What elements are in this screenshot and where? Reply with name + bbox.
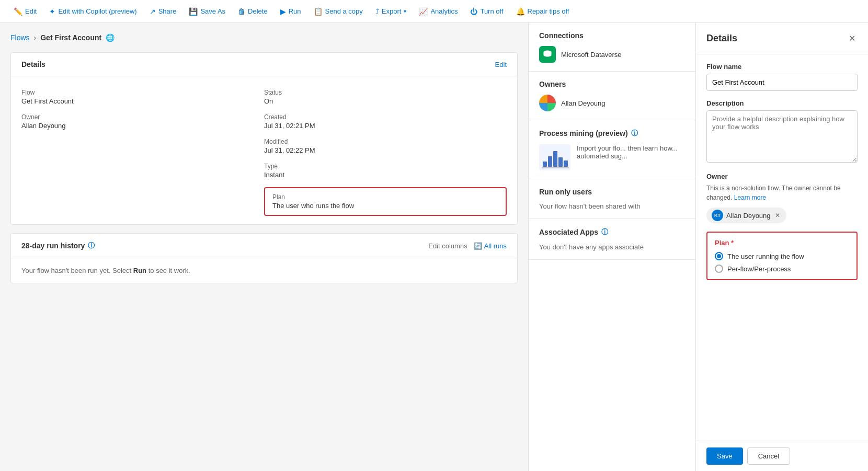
details-edit-link[interactable]: Edit (495, 61, 507, 68)
save-as-button[interactable]: 💾 Save As (184, 4, 231, 19)
process-mining-image (539, 144, 570, 170)
details-panel: Details ✕ Flow name Description Owner Th… (695, 23, 868, 471)
plan-detail-box: Plan The user who runs the flow (264, 187, 507, 216)
plan-option-user-running[interactable]: The user running the flow (715, 252, 849, 260)
flow-name-label: Flow name (706, 63, 858, 71)
breadcrumb: Flows › Get First Account 🌐 (10, 33, 518, 42)
flow-value: Get First Account (21, 97, 264, 105)
details-panel-body: Flow name Description Owner This is a no… (696, 54, 868, 441)
owner-tag-name: Allan Deyoung (726, 212, 771, 220)
modified-value: Jul 31, 02:22 PM (264, 146, 507, 154)
details-panel-title: Details (706, 33, 737, 44)
right-panel: Connections Microsoft Dataverse Owners A… (528, 23, 695, 471)
flow-detail: Flow Get First Account (21, 85, 264, 109)
description-field-group: Description (706, 99, 858, 164)
details-card: Details Edit Flow Get First Account Owne… (10, 52, 518, 225)
run-only-users-title: Run only users (539, 188, 685, 196)
associated-apps-info-icon[interactable]: ⓘ (601, 227, 608, 237)
edit-copilot-button[interactable]: ✦ Edit with Copilot (preview) (44, 4, 142, 19)
created-label: Created (264, 113, 507, 121)
process-mining-description: Import your flo... then learn how... aut… (577, 144, 685, 160)
run-button[interactable]: ▶ Run (275, 4, 306, 19)
copilot-icon: ✦ (49, 7, 55, 16)
associated-apps-message: You don't have any apps associate (539, 243, 685, 251)
owner-avatar (539, 95, 556, 111)
description-textarea[interactable] (706, 110, 858, 163)
cancel-button[interactable]: Cancel (747, 447, 790, 465)
delete-button[interactable]: 🗑 Delete (233, 4, 273, 19)
created-detail: Created Jul 31, 02:21 PM (264, 109, 507, 134)
edit-columns-link[interactable]: Edit columns (428, 242, 467, 250)
details-grid: Flow Get First Account Owner Allan Deyou… (21, 85, 507, 216)
svg-rect-3 (553, 151, 557, 167)
details-panel-header: Details ✕ (696, 23, 868, 54)
radio-user-running-icon (715, 252, 723, 260)
flow-name-input[interactable] (706, 74, 858, 91)
owner-description: This is a non-solution flow. The owner c… (706, 183, 858, 202)
save-button[interactable]: Save (706, 447, 743, 465)
plan-option-user-running-label: The user running the flow (727, 252, 804, 260)
left-area: Flows › Get First Account 🌐 Details Edit… (0, 23, 528, 471)
associated-apps-section: Associated Apps ⓘ You don't have any app… (529, 219, 695, 260)
process-mining-info-icon[interactable]: ⓘ (631, 129, 638, 138)
run-history-actions: Edit columns 🔄 All runs (428, 242, 507, 250)
run-history-body: Your flow hasn't been run yet. Select Ru… (11, 258, 517, 283)
refresh-icon: 🔄 (474, 242, 482, 250)
all-runs-link[interactable]: 🔄 All runs (474, 242, 507, 250)
owner-tag-remove-button[interactable]: ✕ (774, 211, 781, 220)
owners-title: Owners (539, 80, 685, 88)
run-history-info-icon[interactable]: ⓘ (88, 241, 95, 250)
edit-button[interactable]: ✏️ Edit (8, 4, 42, 19)
associated-apps-title: Associated Apps ⓘ (539, 227, 685, 237)
created-value: Jul 31, 02:21 PM (264, 122, 507, 130)
plan-value: The user who runs the flow (272, 202, 498, 210)
process-mining-title: Process mining (preview) ⓘ (539, 129, 685, 138)
flow-label: Flow (21, 89, 264, 96)
repair-tips-button[interactable]: 🔔 Repair tips off (511, 4, 575, 19)
analytics-button[interactable]: 📈 Analytics (414, 4, 463, 19)
status-detail: Status On (264, 85, 507, 109)
svg-rect-5 (564, 160, 568, 167)
send-copy-button[interactable]: 📋 Send a copy (309, 4, 368, 19)
type-value: Instant (264, 171, 507, 179)
run-history-title: 28-day run history ⓘ (21, 241, 95, 250)
run-history-card: 28-day run history ⓘ Edit columns 🔄 All … (10, 233, 518, 283)
run-history-empty-text: Your flow hasn't been run yet. Select Ru… (21, 267, 190, 274)
connections-section: Connections Microsoft Dataverse (529, 23, 695, 72)
run-icon: ▶ (280, 7, 286, 16)
toolbar: ✏️ Edit ✦ Edit with Copilot (preview) ↗ … (0, 0, 868, 23)
details-card-title: Details (21, 60, 45, 68)
radio-per-flow-icon (715, 265, 723, 273)
share-button[interactable]: ↗ Share (144, 4, 182, 19)
breadcrumb-current: Get First Account (40, 33, 101, 42)
owner-detail: Owner Allan Deyoung (21, 109, 264, 134)
plan-option-per-flow[interactable]: Per-flow/Per-process (715, 265, 849, 273)
connection-item: Microsoft Dataverse (539, 46, 685, 63)
export-button[interactable]: ⤴ Export ▾ (370, 4, 412, 19)
run-only-users-section: Run only users Your flow hasn't been sha… (529, 179, 695, 219)
svg-rect-1 (543, 162, 547, 167)
connections-title: Connections (539, 31, 685, 40)
breadcrumb-flows-link[interactable]: Flows (10, 33, 30, 42)
process-mining-card: Import your flo... then learn how... aut… (539, 144, 685, 170)
type-label: Type (264, 163, 507, 170)
modified-label: Modified (264, 138, 507, 145)
details-panel-footer: Save Cancel (696, 441, 868, 471)
run-history-header: 28-day run history ⓘ Edit columns 🔄 All … (11, 234, 517, 258)
power-icon: ⏻ (470, 7, 477, 16)
close-panel-button[interactable]: ✕ (847, 31, 858, 45)
owners-section: Owners Allan Deyoung (529, 72, 695, 120)
save-as-icon: 💾 (189, 7, 198, 16)
breadcrumb-separator: › (34, 33, 37, 42)
export-icon: ⤴ (375, 7, 379, 16)
plan-option-per-flow-label: Per-flow/Per-process (727, 265, 791, 273)
turn-off-button[interactable]: ⏻ Turn off (465, 4, 508, 19)
flow-name-field-group: Flow name (706, 63, 858, 91)
process-mining-section: Process mining (preview) ⓘ Import your f… (529, 120, 695, 179)
owner-field-group: Owner This is a non-solution flow. The o… (706, 173, 858, 223)
owner-label: Owner (21, 113, 264, 121)
details-card-header: Details Edit (11, 53, 517, 76)
delete-icon: 🗑 (238, 7, 245, 16)
plan-section-label: Plan * (715, 239, 849, 247)
learn-more-link[interactable]: Learn more (734, 194, 766, 201)
